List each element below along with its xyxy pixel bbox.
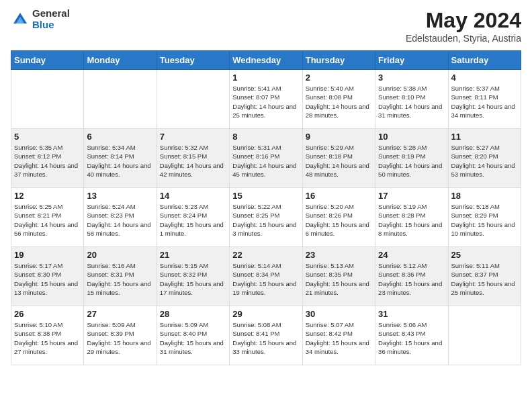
daylight-text: Daylight: 15 hours and 23 minutes. [378,280,442,296]
day-cell: 1Sunrise: 5:41 AMSunset: 8:07 PMDaylight… [230,70,302,129]
day-number: 17 [378,191,445,201]
col-saturday: Saturday [448,51,521,70]
day-info: Sunrise: 5:19 AMSunset: 8:28 PMDaylight:… [378,202,445,238]
week-row-2: 12Sunrise: 5:25 AMSunset: 8:21 PMDayligh… [11,188,521,247]
day-info: Sunrise: 5:38 AMSunset: 8:10 PMDaylight:… [378,84,445,120]
sunset-text: Sunset: 8:35 PM [306,271,353,278]
sunrise-text: Sunrise: 5:11 AM [451,262,500,269]
sunset-text: Sunset: 8:28 PM [378,212,425,219]
logo-general: General [32,8,70,19]
sunrise-text: Sunrise: 5:19 AM [378,203,427,210]
sunrise-text: Sunrise: 5:31 AM [232,144,281,151]
sunset-text: Sunset: 8:07 PM [232,93,279,101]
day-cell: 18Sunrise: 5:18 AMSunset: 8:29 PMDayligh… [448,188,521,247]
day-number: 8 [232,132,299,142]
sunrise-text: Sunrise: 5:25 AM [14,203,62,210]
daylight-text: Daylight: 14 hours and 56 minutes. [14,221,78,237]
daylight-text: Daylight: 15 hours and 10 minutes. [451,221,515,237]
sunrise-text: Sunrise: 5:06 AM [378,321,427,328]
day-number: 20 [87,250,153,260]
sunrise-text: Sunrise: 5:10 AM [14,321,62,328]
sunrise-text: Sunrise: 5:37 AM [451,85,500,92]
day-number: 25 [451,250,518,260]
daylight-text: Daylight: 14 hours and 45 minutes. [232,162,296,178]
day-cell: 16Sunrise: 5:20 AMSunset: 8:26 PMDayligh… [302,188,375,247]
day-cell: 4Sunrise: 5:37 AMSunset: 8:11 PMDaylight… [448,70,521,129]
day-cell: 17Sunrise: 5:19 AMSunset: 8:28 PMDayligh… [375,188,448,247]
day-number: 26 [14,309,81,319]
day-number: 27 [87,309,153,319]
sunrise-text: Sunrise: 5:22 AM [232,203,281,210]
sunset-text: Sunset: 8:12 PM [14,152,61,160]
day-number: 16 [306,191,372,201]
day-info: Sunrise: 5:29 AMSunset: 8:18 PMDaylight:… [306,143,372,179]
day-number: 6 [87,132,153,142]
sunrise-text: Sunrise: 5:20 AM [306,203,354,210]
daylight-text: Daylight: 14 hours and 50 minutes. [378,162,442,178]
day-cell: 31Sunrise: 5:06 AMSunset: 8:43 PMDayligh… [375,306,448,365]
day-info: Sunrise: 5:24 AMSunset: 8:23 PMDaylight:… [87,202,153,238]
sunset-text: Sunset: 8:20 PM [451,152,498,160]
sunset-text: Sunset: 8:23 PM [87,212,134,219]
day-info: Sunrise: 5:06 AMSunset: 8:43 PMDaylight:… [378,320,445,356]
page-container: General Blue May 2024 Edelstauden, Styri… [0,0,532,371]
day-info: Sunrise: 5:40 AMSunset: 8:08 PMDaylight:… [306,84,372,120]
daylight-text: Daylight: 14 hours and 31 minutes. [378,103,442,119]
daylight-text: Daylight: 14 hours and 25 minutes. [232,103,296,119]
sunrise-text: Sunrise: 5:12 AM [378,262,427,269]
day-cell: 14Sunrise: 5:23 AMSunset: 8:24 PMDayligh… [157,188,229,247]
daylight-text: Daylight: 14 hours and 48 minutes. [306,162,369,178]
daylight-text: Daylight: 14 hours and 34 minutes. [451,103,515,119]
sunrise-text: Sunrise: 5:35 AM [14,144,62,151]
sunrise-text: Sunrise: 5:15 AM [160,262,208,269]
logo-blue: Blue [32,19,70,31]
day-cell: 12Sunrise: 5:25 AMSunset: 8:21 PMDayligh… [11,188,84,247]
day-info: Sunrise: 5:16 AMSunset: 8:31 PMDaylight:… [87,261,153,297]
day-cell: 20Sunrise: 5:16 AMSunset: 8:31 PMDayligh… [84,247,157,306]
daylight-text: Daylight: 14 hours and 37 minutes. [14,162,78,178]
day-number: 1 [232,73,299,83]
col-friday: Friday [375,51,448,70]
day-info: Sunrise: 5:18 AMSunset: 8:29 PMDaylight:… [451,202,518,238]
day-number: 2 [306,73,372,83]
daylight-text: Daylight: 15 hours and 1 minute. [160,221,224,237]
sunset-text: Sunset: 8:32 PM [160,271,207,278]
day-cell: 30Sunrise: 5:07 AMSunset: 8:42 PMDayligh… [302,306,375,365]
logo-icon [11,10,30,29]
calendar-subtitle: Edelstauden, Styria, Austria [406,33,521,44]
week-row-1: 5Sunrise: 5:35 AMSunset: 8:12 PMDaylight… [11,129,521,188]
daylight-text: Daylight: 15 hours and 19 minutes. [232,280,296,296]
week-row-0: 1Sunrise: 5:41 AMSunset: 8:07 PMDaylight… [11,70,521,129]
day-number: 9 [306,132,372,142]
sunset-text: Sunset: 8:14 PM [87,152,134,160]
day-cell: 22Sunrise: 5:14 AMSunset: 8:34 PMDayligh… [230,247,302,306]
day-cell: 29Sunrise: 5:08 AMSunset: 8:41 PMDayligh… [230,306,302,365]
day-number: 13 [87,191,153,201]
day-cell: 3Sunrise: 5:38 AMSunset: 8:10 PMDaylight… [375,70,448,129]
col-sunday: Sunday [11,51,84,70]
sunset-text: Sunset: 8:31 PM [87,271,134,278]
sunset-text: Sunset: 8:16 PM [232,152,279,160]
day-info: Sunrise: 5:31 AMSunset: 8:16 PMDaylight:… [232,143,299,179]
day-cell: 24Sunrise: 5:12 AMSunset: 8:36 PMDayligh… [375,247,448,306]
daylight-text: Daylight: 15 hours and 6 minutes. [306,221,369,237]
day-info: Sunrise: 5:23 AMSunset: 8:24 PMDaylight:… [160,202,226,238]
day-number: 24 [378,250,445,260]
day-number: 29 [232,309,299,319]
sunrise-text: Sunrise: 5:09 AM [160,321,208,328]
day-number: 21 [160,250,226,260]
sunset-text: Sunset: 8:34 PM [232,271,279,278]
day-cell: 15Sunrise: 5:22 AMSunset: 8:25 PMDayligh… [230,188,302,247]
day-info: Sunrise: 5:14 AMSunset: 8:34 PMDaylight:… [232,261,299,297]
day-cell: 13Sunrise: 5:24 AMSunset: 8:23 PMDayligh… [84,188,157,247]
sunset-text: Sunset: 8:26 PM [306,212,353,219]
logo-text: General Blue [32,8,70,30]
day-cell: 6Sunrise: 5:34 AMSunset: 8:14 PMDaylight… [84,129,157,188]
sunrise-text: Sunrise: 5:29 AM [306,144,354,151]
sunset-text: Sunset: 8:11 PM [451,93,498,101]
day-info: Sunrise: 5:22 AMSunset: 8:25 PMDaylight:… [232,202,299,238]
daylight-text: Daylight: 15 hours and 29 minutes. [87,339,150,355]
sunrise-text: Sunrise: 5:17 AM [14,262,62,269]
day-cell: 25Sunrise: 5:11 AMSunset: 8:37 PMDayligh… [448,247,521,306]
day-info: Sunrise: 5:20 AMSunset: 8:26 PMDaylight:… [306,202,372,238]
